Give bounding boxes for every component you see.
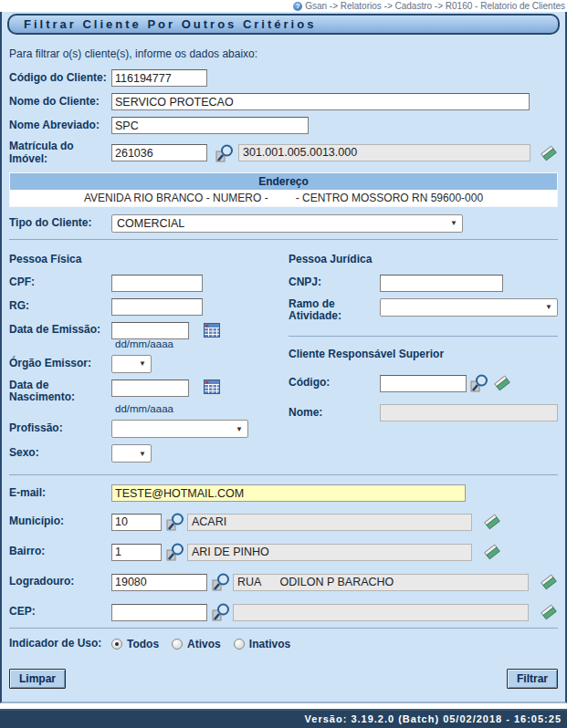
logradouro-row: Logradouro: RUA ODILON P BARACHO bbox=[9, 572, 558, 592]
search-icon[interactable] bbox=[211, 602, 231, 622]
pessoa-juridica-heading: Pessoa Jurídica bbox=[289, 253, 558, 265]
sexo-label: Sexo: bbox=[9, 447, 111, 460]
pessoa-juridica-section: Pessoa Jurídica CNPJ: Ramo de Atividade:… bbox=[279, 249, 558, 470]
rg-label: RG: bbox=[9, 300, 111, 313]
page-title: Filtrar Cliente Por Outros Critérios bbox=[7, 14, 560, 35]
orgao-emissor-select[interactable]: ▼ bbox=[111, 355, 152, 373]
search-icon[interactable] bbox=[165, 512, 185, 532]
data-emissao-hint: dd/mm/aaaa bbox=[115, 338, 279, 349]
logradouro-label: Logradouro: bbox=[9, 576, 111, 588]
nome-abreviado-label: Nome Abreviado: bbox=[9, 120, 111, 132]
button-row: Limpar Filtrar bbox=[9, 669, 558, 689]
matricula-imovel-label: Matrícula do Imóvel: bbox=[9, 140, 111, 166]
matricula-imovel-display: 301.001.005.0013.000 bbox=[238, 144, 530, 161]
responsavel-nome-row: Nome: bbox=[289, 404, 558, 421]
cpf-row: CPF: bbox=[9, 275, 279, 292]
tipo-cliente-select[interactable]: COMERCIAL ▼ bbox=[111, 214, 463, 233]
calendar-icon[interactable] bbox=[204, 323, 221, 338]
rg-input[interactable] bbox=[111, 298, 203, 316]
radio-inativos[interactable] bbox=[234, 639, 245, 650]
data-emissao-input[interactable] bbox=[111, 322, 189, 339]
eraser-icon[interactable] bbox=[483, 543, 501, 561]
eraser-icon[interactable] bbox=[493, 374, 511, 392]
radio-todos[interactable] bbox=[111, 639, 122, 650]
data-emissao-label: Data de Emissão: bbox=[9, 324, 111, 337]
cpf-label: CPF: bbox=[9, 276, 111, 289]
sexo-row: Sexo: ▼ bbox=[9, 444, 279, 463]
chevron-down-icon: ▼ bbox=[236, 425, 243, 433]
search-icon[interactable] bbox=[215, 143, 235, 163]
logradouro-input[interactable] bbox=[111, 574, 207, 591]
profissao-select[interactable]: ▼ bbox=[111, 420, 248, 438]
cnpj-label: CNPJ: bbox=[289, 276, 380, 289]
bairro-row: Bairro: ARI DE PINHO bbox=[9, 542, 558, 562]
eraser-icon[interactable] bbox=[540, 573, 558, 591]
municipio-label: Município: bbox=[9, 515, 111, 528]
radio-ativos[interactable] bbox=[172, 639, 183, 650]
responsavel-codigo-input[interactable] bbox=[380, 375, 467, 392]
nome-cliente-label: Nome do Cliente: bbox=[9, 96, 111, 109]
responsavel-codigo-row: Código: bbox=[289, 373, 558, 393]
filtrar-button[interactable]: Filtrar bbox=[507, 669, 558, 689]
eraser-icon[interactable] bbox=[483, 513, 501, 531]
breadcrumb: Gsan -> Relatorios -> Cadastro -> R0160 … bbox=[305, 1, 565, 11]
data-nascimento-input[interactable] bbox=[111, 380, 189, 397]
cnpj-input[interactable] bbox=[380, 275, 503, 292]
profissao-row: Profissão: ▼ bbox=[9, 420, 279, 438]
eraser-icon[interactable] bbox=[540, 603, 558, 621]
tipo-cliente-row: Tipo do Cliente: COMERCIAL ▼ bbox=[9, 214, 558, 233]
cep-input[interactable] bbox=[111, 604, 207, 621]
intro-text: Para filtrar o(s) cliente(s), informe os… bbox=[9, 47, 558, 60]
chevron-down-icon: ▼ bbox=[450, 219, 457, 227]
radio-inativos-label: Inativos bbox=[249, 638, 290, 650]
nome-abreviado-row: Nome Abreviado: bbox=[9, 117, 558, 134]
eraser-icon[interactable] bbox=[540, 144, 558, 162]
codigo-cliente-row: Código do Cliente: bbox=[9, 69, 558, 87]
data-nascimento-hint: dd/mm/aaaa bbox=[115, 403, 279, 414]
bairro-input[interactable] bbox=[111, 544, 162, 561]
search-icon[interactable] bbox=[469, 373, 489, 393]
cpf-input[interactable] bbox=[111, 275, 203, 292]
chevron-down-icon: ▼ bbox=[139, 359, 146, 368]
matricula-imovel-row: Matrícula do Imóvel: 301.001.005.0013.00… bbox=[9, 140, 558, 166]
search-icon[interactable] bbox=[211, 572, 231, 592]
profissao-label: Profissão: bbox=[9, 422, 111, 435]
pessoa-fisica-section: Pessoa Física CPF: RG: Data de Emissão: bbox=[9, 249, 279, 470]
sexo-select[interactable]: ▼ bbox=[111, 444, 152, 463]
codigo-cliente-input[interactable] bbox=[111, 69, 207, 87]
indicador-uso-row: Indicador de Uso: Todos Ativos Inativos bbox=[9, 638, 558, 650]
nome-cliente-row: Nome do Cliente: bbox=[9, 93, 558, 110]
email-input[interactable] bbox=[111, 484, 466, 502]
nome-cliente-input[interactable] bbox=[111, 93, 530, 110]
data-nascimento-row: Data de Nascimento: bbox=[9, 380, 279, 405]
email-row: E-mail: bbox=[9, 484, 558, 502]
matricula-imovel-input[interactable] bbox=[111, 144, 207, 161]
ramo-atividade-select[interactable]: ▼ bbox=[380, 298, 558, 317]
version-text: Versão: 3.19.2.0 (Batch) 05/02/2018 - 16… bbox=[305, 713, 562, 724]
rg-row: RG: bbox=[9, 298, 279, 316]
responsavel-heading: Cliente Responsável Superior bbox=[289, 348, 558, 360]
email-label: E-mail: bbox=[9, 487, 111, 500]
responsavel-nome-label: Nome: bbox=[289, 407, 380, 420]
search-icon[interactable] bbox=[165, 542, 185, 562]
responsavel-nome-display bbox=[380, 404, 558, 421]
cnpj-row: CNPJ: bbox=[289, 275, 558, 292]
indicador-uso-label: Indicador de Uso: bbox=[9, 638, 111, 650]
cep-row: CEP: bbox=[9, 602, 558, 622]
nome-abreviado-input[interactable] bbox=[111, 117, 309, 134]
limpar-button[interactable]: Limpar bbox=[9, 669, 66, 689]
tipo-cliente-label: Tipo do Cliente: bbox=[9, 217, 111, 230]
endereco-table: Endereço AVENIDA RIO BRANCO - NUMERO - -… bbox=[9, 172, 558, 207]
divider bbox=[9, 239, 558, 240]
radio-ativos-label: Ativos bbox=[187, 638, 221, 650]
breadcrumb-bar: ? Gsan -> Relatorios -> Cadastro -> R016… bbox=[0, 0, 567, 12]
cep-display bbox=[233, 604, 529, 621]
codigo-cliente-label: Código do Cliente: bbox=[9, 72, 111, 85]
divider bbox=[289, 336, 558, 337]
chevron-down-icon: ▼ bbox=[139, 450, 146, 458]
filter-panel: Filtrar Cliente Por Outros Critérios Par… bbox=[0, 12, 567, 703]
help-icon[interactable]: ? bbox=[293, 2, 302, 11]
municipio-input[interactable] bbox=[111, 514, 162, 531]
calendar-icon[interactable] bbox=[204, 380, 221, 395]
version-bar: Versão: 3.19.2.0 (Batch) 05/02/2018 - 16… bbox=[0, 709, 567, 728]
